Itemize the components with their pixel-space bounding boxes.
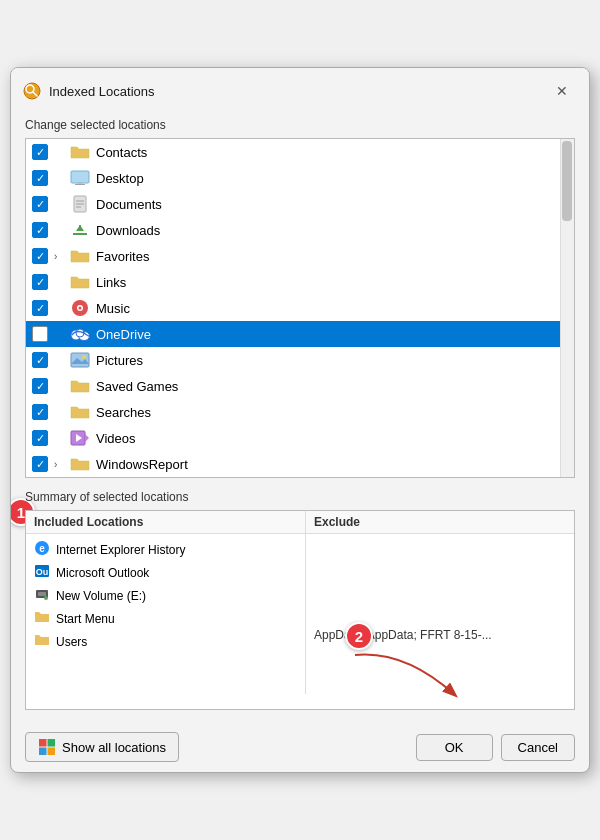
list-item[interactable]: OneDrive (26, 321, 574, 347)
list-item[interactable]: Documents (26, 191, 574, 217)
folder-icon (70, 222, 90, 238)
summary-section: Summary of selected locations Included L… (25, 490, 575, 710)
locations-wrapper: ContactsDesktopDocumentsDownloads›Favori… (25, 138, 575, 478)
item-label: Downloads (96, 223, 160, 238)
checkbox[interactable] (32, 430, 48, 446)
title-bar-left: Indexed Locations (23, 82, 155, 100)
svg-marker-23 (85, 434, 89, 442)
summary-list-item[interactable]: OuMicrosoft Outlook (26, 561, 305, 584)
svg-rect-33 (39, 739, 47, 747)
locations-list[interactable]: ContactsDesktopDocumentsDownloads›Favori… (25, 138, 575, 478)
folder-icon (70, 352, 90, 368)
list-item[interactable]: Saved Games (26, 373, 574, 399)
folder-icon (70, 456, 90, 472)
item-label: Pictures (96, 353, 143, 368)
item-label: Desktop (96, 171, 144, 186)
checkbox[interactable] (32, 170, 48, 186)
svg-rect-3 (71, 171, 89, 183)
folder-icon (70, 404, 90, 420)
list-item[interactable]: ›Favorites (26, 243, 574, 269)
svg-rect-35 (39, 748, 47, 756)
list-item[interactable]: Pictures (26, 347, 574, 373)
ok-button[interactable]: OK (416, 734, 493, 761)
summary-item-icon (34, 609, 50, 628)
expand-arrow-icon[interactable]: › (54, 459, 68, 470)
item-label: WindowsReport (96, 457, 188, 472)
list-item[interactable]: Music (26, 295, 574, 321)
title-bar: Indexed Locations ✕ (11, 68, 589, 110)
svg-text:Ou: Ou (36, 567, 49, 577)
svg-text:e: e (39, 543, 45, 554)
list-item[interactable]: Downloads (26, 217, 574, 243)
svg-rect-5 (75, 184, 85, 185)
scrollbar-thumb (562, 141, 572, 221)
checkbox[interactable] (32, 248, 48, 264)
folder-icon (70, 378, 90, 394)
summary-item-icon: e (34, 540, 50, 559)
list-item[interactable]: Videos (26, 425, 574, 451)
list-item[interactable]: Contacts (26, 139, 574, 165)
folder-icon (70, 170, 90, 186)
checkbox[interactable] (32, 352, 48, 368)
summary-item-icon: Ou (34, 563, 50, 582)
dialog-title: Indexed Locations (49, 84, 155, 99)
checkbox[interactable] (32, 196, 48, 212)
summary-item-icon (34, 632, 50, 651)
show-all-label: Show all locations (62, 740, 166, 755)
list-item[interactable]: Searches (26, 399, 574, 425)
show-all-button[interactable]: Show all locations (25, 732, 179, 762)
folder-icon (70, 274, 90, 290)
dialog-title-icon (23, 82, 41, 100)
summary-list-item[interactable]: Users (26, 630, 305, 653)
summary-body: eInternet Explorer HistoryOuMicrosoft Ou… (26, 534, 574, 694)
summary-item-label: Microsoft Outlook (56, 566, 149, 580)
summary-table: Included Locations Exclude eInternet Exp… (25, 510, 575, 710)
checkbox[interactable] (32, 300, 48, 316)
checkbox[interactable] (32, 144, 48, 160)
scrollbar-track (560, 139, 574, 477)
item-label: Documents (96, 197, 162, 212)
svg-point-21 (82, 355, 86, 359)
dialog-body: Change selected locations ContactsDeskto… (11, 110, 589, 722)
item-label: Links (96, 275, 126, 290)
folder-icon (70, 430, 90, 446)
indexed-locations-dialog: Indexed Locations ✕ Change selected loca… (10, 67, 590, 773)
windows-icon (38, 738, 56, 756)
summary-list-item[interactable]: Start Menu (26, 607, 305, 630)
summary-item-label: New Volume (E:) (56, 589, 146, 603)
checkbox[interactable] (32, 326, 48, 342)
item-label: OneDrive (96, 327, 151, 342)
checkbox[interactable] (32, 456, 48, 472)
summary-list-item[interactable]: New Volume (E:) (26, 584, 305, 607)
summary-list-item[interactable]: eInternet Explorer History (26, 538, 305, 561)
checkbox[interactable] (32, 222, 48, 238)
folder-icon (70, 326, 90, 342)
col-header-exclude: Exclude (306, 511, 574, 533)
svg-rect-34 (48, 739, 56, 747)
list-item[interactable]: Desktop (26, 165, 574, 191)
list-item[interactable]: Links (26, 269, 574, 295)
svg-rect-36 (48, 748, 56, 756)
item-label: Contacts (96, 145, 147, 160)
cancel-button[interactable]: Cancel (501, 734, 575, 761)
exclude-col: AppData; AppData; FFRT 8-15-... (306, 534, 574, 694)
folder-icon (70, 300, 90, 316)
folder-icon (70, 144, 90, 160)
svg-rect-19 (71, 353, 89, 367)
item-label: Saved Games (96, 379, 178, 394)
list-item[interactable]: ›WindowsReport (26, 451, 574, 477)
close-button[interactable]: ✕ (549, 78, 575, 104)
folder-icon (70, 248, 90, 264)
summary-item-icon (34, 586, 50, 605)
summary-header: Included Locations Exclude (26, 511, 574, 534)
expand-arrow-icon[interactable]: › (54, 251, 68, 262)
included-col: eInternet Explorer HistoryOuMicrosoft Ou… (26, 534, 306, 694)
item-label: Searches (96, 405, 151, 420)
svg-point-15 (79, 307, 82, 310)
checkbox[interactable] (32, 378, 48, 394)
item-label: Favorites (96, 249, 149, 264)
summary-section-label: Summary of selected locations (25, 490, 575, 504)
checkbox[interactable] (32, 404, 48, 420)
checkbox[interactable] (32, 274, 48, 290)
locations-section-label: Change selected locations (25, 118, 575, 132)
